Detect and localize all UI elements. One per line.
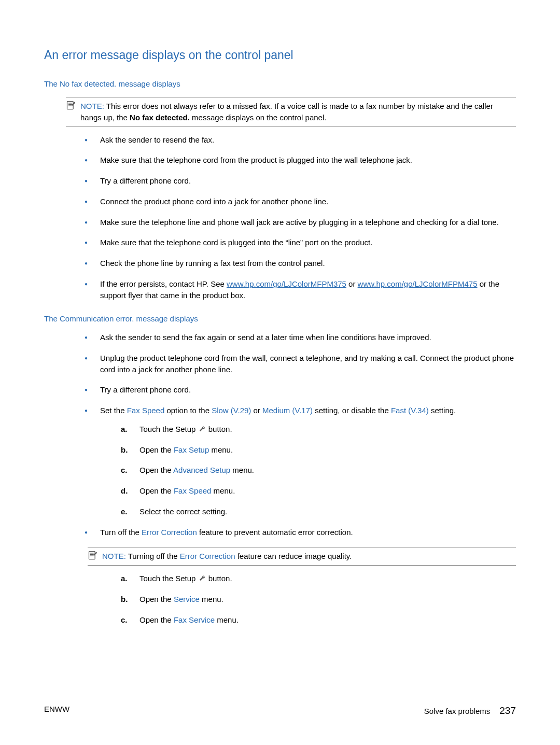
ui-term: Fast (V.34) (391, 406, 429, 415)
list-item: Ask the sender to resend the fax. (85, 134, 516, 146)
wrench-icon (198, 575, 206, 582)
ui-term: Error Correction (180, 552, 235, 560)
ui-term: Service (174, 595, 200, 603)
list-item: Connect the product phone cord into a ja… (85, 196, 516, 207)
note-text: message displays on the control panel. (190, 113, 327, 122)
ui-term: Error Correction (142, 528, 197, 537)
bullet-list: Ask the sender to resend the fax. Make s… (85, 134, 516, 301)
note-text: feature can reduce image quality. (235, 552, 352, 560)
step-item: b. Open the Service menu. (121, 594, 516, 605)
list-item: Make sure the telephone line and phone w… (85, 217, 516, 228)
note-block: NOTE: Turning off the Error Correction f… (88, 547, 516, 566)
footer-left: ENWW (44, 704, 69, 718)
list-item: Ask the sender to send the fax again or … (85, 332, 516, 343)
section-heading-comm-error: The Communication error. message display… (44, 313, 516, 325)
page-number: 237 (499, 704, 516, 718)
step-item: e. Select the correct setting. (121, 506, 516, 517)
ui-term: Fax Setup (174, 445, 209, 454)
step-item: a. Touch the Setup button. (121, 573, 516, 584)
note-text: Turning off the (128, 552, 180, 560)
list-item: Try a different phone cord. (85, 384, 516, 396)
note-label: NOTE: (102, 552, 126, 560)
section-heading-no-fax: The No fax detected. message displays (44, 78, 516, 90)
note-bold: No fax detected. (130, 113, 190, 122)
bullet-list: Ask the sender to send the fax again or … (85, 332, 516, 538)
ui-term: Medium (V.17) (262, 406, 313, 415)
note-icon (88, 551, 98, 561)
list-item: Unplug the product telephone cord from t… (85, 353, 516, 375)
ordered-steps: a. Touch the Setup button. b. Open the F… (121, 424, 516, 517)
list-item: Set the Fax Speed option to the Slow (V.… (85, 405, 516, 517)
step-item: c. Open the Fax Service menu. (121, 614, 516, 626)
ui-term: Advanced Setup (173, 466, 230, 474)
list-item: Make sure that the telephone cord from t… (85, 154, 516, 166)
wrench-icon (198, 426, 206, 433)
ordered-steps: a. Touch the Setup button. b. Open the S… (121, 573, 516, 625)
footer-section: Solve fax problems (424, 706, 491, 717)
step-item: d. Open the Fax Speed menu. (121, 485, 516, 497)
note-label: NOTE: (80, 102, 104, 110)
link-m475[interactable]: www.hp.com/go/LJColorMFPM475 (358, 279, 478, 288)
page-title: An error message displays on the control… (44, 47, 516, 64)
note-block: NOTE: This error does not always refer t… (66, 97, 516, 127)
link-m375[interactable]: www.hp.com/go/LJColorMFPM375 (227, 279, 346, 288)
ui-term: Fax Service (174, 615, 215, 624)
ui-term: Fax Speed (174, 486, 212, 495)
ui-term: Slow (V.29) (212, 406, 251, 415)
list-item: If the error persists, contact HP. See w… (85, 278, 516, 301)
ui-term: Fax Speed (127, 406, 165, 415)
list-item: Try a different phone cord. (85, 175, 516, 187)
step-item: a. Touch the Setup button. (121, 424, 516, 435)
step-item: c. Open the Advanced Setup menu. (121, 465, 516, 476)
list-item: Turn off the Error Correction feature to… (85, 527, 516, 538)
page-footer: ENWW Solve fax problems 237 (44, 704, 516, 718)
document-page: An error message displays on the control… (0, 0, 560, 745)
step-item: b. Open the Fax Setup menu. (121, 444, 516, 456)
note-icon (66, 101, 76, 111)
list-item: Check the phone line by running a fax te… (85, 258, 516, 269)
list-item: Make sure that the telephone cord is plu… (85, 237, 516, 248)
